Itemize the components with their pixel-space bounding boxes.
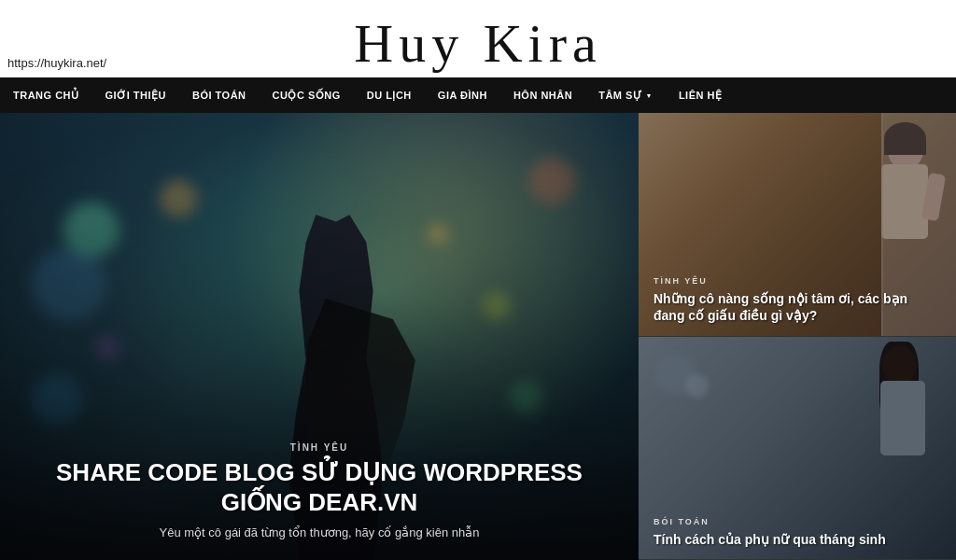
featured-category: TÌNH YÊU bbox=[28, 442, 611, 453]
navbar: TRANG CHỦGIỚI THIỆUBÓI TOÁNCUỘC SỐNGDU L… bbox=[0, 77, 956, 113]
featured-post[interactable]: TÌNH YÊU SHARE CODE BLOG SỬ DỤNG WORDPRE… bbox=[0, 113, 639, 560]
site-url[interactable]: https://huykira.net/ bbox=[7, 56, 106, 70]
nav-item-gia-nh[interactable]: GIA ĐÌNH bbox=[425, 77, 500, 113]
nav-item-tm-s[interactable]: TÂM SỰ bbox=[585, 77, 666, 113]
right-posts: TÌNH YÊU Những cô nàng sống nội tâm ơi, … bbox=[639, 113, 956, 560]
main-content: TÌNH YÊU SHARE CODE BLOG SỬ DỤNG WORDPRE… bbox=[0, 113, 956, 560]
side-post-1-title: Những cô nàng sống nội tâm ơi, các bạn đ… bbox=[654, 290, 941, 324]
nav-item-gii-thiu[interactable]: GIỚI THIỆU bbox=[92, 77, 179, 113]
featured-excerpt: Yêu một cô gái đã từng tổn thương, hãy c… bbox=[28, 525, 611, 541]
site-header: Huy Kira https://huykira.net/ bbox=[0, 0, 956, 77]
nav-item-trang-ch[interactable]: TRANG CHỦ bbox=[0, 77, 92, 113]
featured-title: SHARE CODE BLOG SỬ DỤNG WORDPRESSGIỐNG D… bbox=[28, 458, 611, 516]
nav-item-cuc-sng[interactable]: CUỘC SỐNG bbox=[260, 77, 354, 113]
nav-item-bi-ton[interactable]: BÓI TOÁN bbox=[179, 77, 260, 113]
nav-item-lin-h[interactable]: LIÊN HỆ bbox=[666, 77, 736, 113]
nav-item-du-lch[interactable]: DU LỊCH bbox=[354, 77, 425, 113]
site-title[interactable]: Huy Kira bbox=[0, 9, 956, 73]
side-post-2-category: BÓI TOÁN bbox=[654, 517, 941, 526]
nav-item-hn-nhn[interactable]: HÔN NHÂN bbox=[500, 77, 585, 113]
side-post-1[interactable]: TÌNH YÊU Những cô nàng sống nội tâm ơi, … bbox=[639, 113, 956, 337]
side-post-2-title: Tính cách của phụ nữ qua tháng sinh bbox=[654, 531, 941, 548]
side-post-1-category: TÌNH YÊU bbox=[654, 276, 941, 286]
side-post-1-content: TÌNH YÊU Những cô nàng sống nội tâm ơi, … bbox=[639, 265, 956, 335]
side-post-2[interactable]: BÓI TOÁN Tính cách của phụ nữ qua tháng … bbox=[639, 337, 956, 561]
side-post-2-content: BÓI TOÁN Tính cách của phụ nữ qua tháng … bbox=[639, 506, 956, 559]
featured-content: TÌNH YÊU SHARE CODE BLOG SỬ DỤNG WORDPRE… bbox=[0, 424, 639, 560]
